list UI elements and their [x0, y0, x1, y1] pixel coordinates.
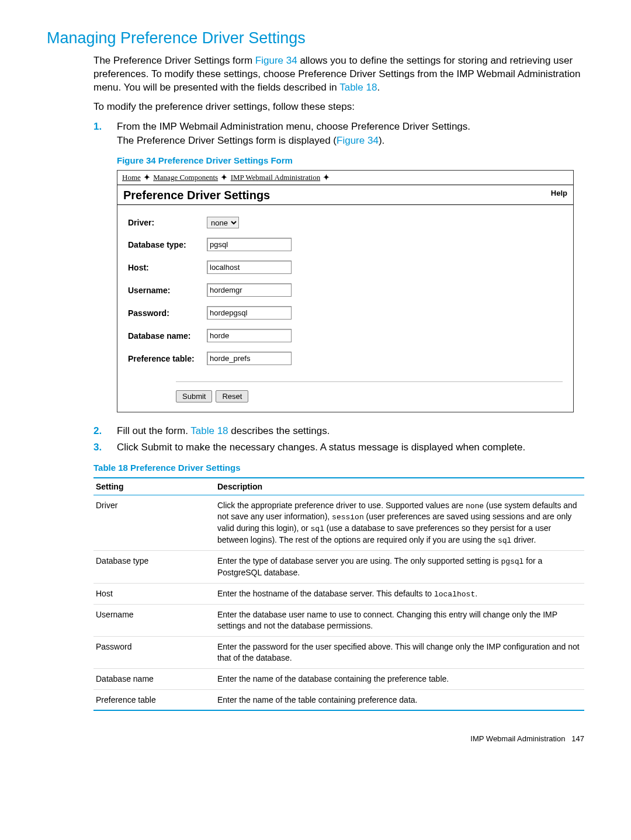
table-row: Host Enter the hostname of the database … — [93, 583, 584, 605]
panel-header: Preference Driver Settings Help — [117, 185, 573, 204]
cell-description: Enter the type of database server you ar… — [215, 551, 584, 583]
cell-setting: Driver — [93, 495, 215, 550]
cell-description: Enter the database user name to use to c… — [215, 605, 584, 637]
help-link[interactable]: Help — [551, 189, 567, 202]
breadcrumb-manage[interactable]: Manage Components — [153, 173, 218, 182]
form-row-driver: Driver: none — [128, 217, 563, 228]
page-number: 147 — [571, 734, 584, 743]
text: Fill out the form. — [117, 425, 190, 436]
panel-title: Preference Driver Settings — [123, 189, 270, 202]
label-username: Username: — [128, 286, 207, 295]
table-row: Database type Enter the type of database… — [93, 551, 584, 583]
table-row: Preference table Enter the name of the t… — [93, 689, 584, 710]
table-caption: Table 18 Preference Driver Settings — [93, 463, 584, 473]
code: localhost — [434, 590, 475, 599]
step-number: 1. — [93, 120, 117, 134]
label-preftable: Preference table: — [128, 354, 207, 363]
text: describes the settings. — [228, 425, 330, 436]
label-dbtype: Database type: — [128, 240, 207, 249]
chevron-right-icon: ✦ — [221, 173, 227, 182]
text: Click the appropriate preference driver … — [217, 501, 466, 510]
header-setting: Setting — [93, 478, 215, 495]
form-row-dbname: Database name: — [128, 329, 563, 342]
dbtype-input[interactable] — [207, 238, 292, 251]
figure-caption: Figure 34 Preference Driver Settings For… — [117, 155, 584, 165]
label-host: Host: — [128, 263, 207, 272]
step-body: From the IMP Webmail Administration menu… — [117, 120, 584, 148]
cell-description: Enter the hostname of the database serve… — [215, 583, 584, 605]
step-body: Click Submit to make the necessary chang… — [117, 440, 584, 454]
table-row: Username Enter the database user name to… — [93, 605, 584, 637]
breadcrumb-imp[interactable]: IMP Webmail Administration — [231, 173, 321, 182]
text: . — [475, 589, 477, 598]
form-row-dbtype: Database type: — [128, 238, 563, 251]
cell-setting: Database name — [93, 668, 215, 689]
step-2: 2. Fill out the form. Table 18 describes… — [93, 424, 584, 438]
figure-ref-link[interactable]: Figure 34 — [337, 135, 379, 146]
form-row-preftable: Preference table: — [128, 352, 563, 365]
chevron-right-icon: ✦ — [144, 173, 150, 182]
dbname-input[interactable] — [207, 329, 292, 342]
text: . — [377, 82, 380, 93]
form-row-password: Password: — [128, 306, 563, 320]
step-1: 1. From the IMP Webmail Administration m… — [93, 120, 584, 148]
step-body: Fill out the form. Table 18 describes th… — [117, 424, 584, 438]
step-number: 3. — [93, 440, 117, 454]
steps-list: 1. From the IMP Webmail Administration m… — [93, 120, 584, 148]
intro-paragraph: The Preference Driver Settings form Figu… — [93, 54, 584, 95]
settings-table: Setting Description Driver Click the app… — [93, 477, 584, 711]
label-password: Password: — [128, 308, 207, 318]
footer-text: IMP Webmail Administration — [470, 734, 565, 743]
code: sql — [311, 525, 324, 533]
reset-button[interactable]: Reset — [216, 390, 248, 402]
table-header-row: Setting Description — [93, 478, 584, 495]
text: ). — [379, 135, 384, 146]
breadcrumb: Home ✦ Manage Components ✦ IMP Webmail A… — [117, 171, 573, 185]
label-driver: Driver: — [128, 218, 207, 227]
cell-description: Enter the password for the user specifie… — [215, 636, 584, 668]
preftable-input[interactable] — [207, 352, 292, 365]
driver-select[interactable]: none — [207, 217, 239, 228]
code: none — [466, 502, 484, 511]
step-number: 2. — [93, 424, 117, 438]
table-row: Database name Enter the name of the data… — [93, 668, 584, 689]
form-row-username: Username: — [128, 283, 563, 297]
cell-setting: Host — [93, 583, 215, 605]
cell-description: Enter the name of the database containin… — [215, 668, 584, 689]
host-input[interactable] — [207, 261, 292, 274]
table-row: Driver Click the appropriate preference … — [93, 495, 584, 550]
page: Managing Preference Driver Settings The … — [0, 0, 631, 766]
text: The Preference Driver Settings form — [93, 55, 255, 66]
modify-intro: To modify the preference driver settings… — [93, 100, 584, 114]
code: sql — [498, 536, 511, 545]
table-row: Password Enter the password for the user… — [93, 636, 584, 668]
cell-description: Click the appropriate preference driver … — [215, 495, 584, 550]
figure-ref-link[interactable]: Figure 34 — [255, 55, 297, 66]
steps-list-continued: 2. Fill out the form. Table 18 describes… — [93, 424, 584, 454]
cell-setting: Username — [93, 605, 215, 637]
text: driver. — [511, 535, 536, 544]
cell-setting: Password — [93, 636, 215, 668]
table-ref-link[interactable]: Table 18 — [339, 82, 377, 93]
form-area: Driver: none Database type: Host: Userna… — [117, 205, 573, 412]
chevron-right-icon: ✦ — [323, 173, 330, 182]
username-input[interactable] — [207, 283, 292, 297]
form-row-host: Host: — [128, 261, 563, 274]
text: From the IMP Webmail Administration menu… — [117, 120, 584, 134]
step-3: 3. Click Submit to make the necessary ch… — [93, 440, 584, 454]
password-input[interactable] — [207, 306, 292, 320]
table-ref-link[interactable]: Table 18 — [190, 425, 228, 436]
label-dbname: Database name: — [128, 331, 207, 341]
breadcrumb-home[interactable]: Home — [122, 173, 141, 182]
text: Enter the type of database server you ar… — [217, 556, 501, 565]
text: The Preference Driver Settings form is d… — [117, 134, 584, 148]
submit-button[interactable]: Submit — [176, 390, 212, 402]
text: Enter the hostname of the database serve… — [217, 589, 434, 598]
header-description: Description — [215, 478, 584, 495]
cell-description: Enter the name of the table containing p… — [215, 689, 584, 710]
cell-setting: Database type — [93, 551, 215, 583]
section-heading: Managing Preference Driver Settings — [47, 29, 584, 47]
code: session — [332, 513, 364, 522]
screenshot-form: Home ✦ Manage Components ✦ IMP Webmail A… — [117, 170, 574, 412]
button-row: Submit Reset — [176, 381, 563, 402]
